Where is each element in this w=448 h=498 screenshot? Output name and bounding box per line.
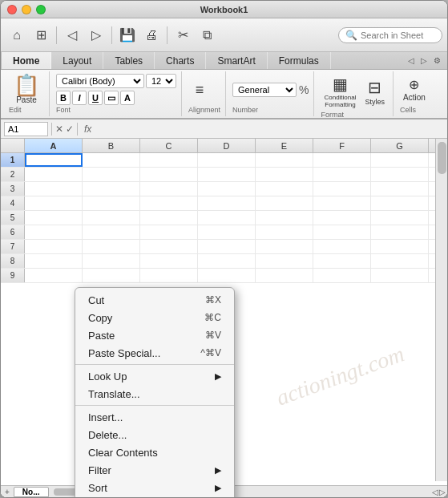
col-header-a[interactable]: A	[25, 139, 83, 152]
cell-g9[interactable]	[371, 269, 429, 282]
ribbon-options-icon[interactable]: ⚙	[431, 55, 442, 67]
tab-layout[interactable]: Layout	[51, 52, 103, 69]
col-header-e[interactable]: E	[256, 139, 313, 152]
cell-reference-box[interactable]: A1	[4, 122, 48, 136]
cell-e5[interactable]	[256, 211, 313, 225]
cell-f7[interactable]	[313, 240, 371, 253]
menu-item-paste[interactable]: Paste ⌘V	[75, 326, 234, 344]
col-header-g[interactable]: G	[371, 139, 429, 152]
minimize-button[interactable]	[22, 5, 31, 14]
menu-item-sort[interactable]: Sort ▶	[75, 479, 234, 496]
paste-button[interactable]: 📋 Paste	[9, 73, 44, 106]
cell-f6[interactable]	[313, 225, 371, 239]
sheet-tab-active[interactable]: No...	[14, 487, 49, 497]
cell-a8[interactable]	[25, 254, 83, 268]
row-num-7[interactable]: 7	[1, 240, 25, 253]
copy-toolbar-icon[interactable]: ⧉	[196, 24, 218, 47]
cell-e6[interactable]	[256, 225, 313, 239]
cell-c6[interactable]	[140, 225, 198, 239]
cell-e3[interactable]	[256, 182, 313, 196]
col-header-d[interactable]: D	[198, 139, 256, 152]
cell-d5[interactable]	[198, 211, 256, 225]
cell-d1[interactable]	[198, 153, 256, 167]
row-num-9[interactable]: 9	[1, 269, 25, 282]
cell-g2[interactable]	[371, 168, 429, 181]
cell-c2[interactable]	[140, 168, 198, 181]
ribbon-right-arrow[interactable]: ▷	[418, 55, 430, 67]
search-input[interactable]	[361, 30, 435, 40]
cell-c8[interactable]	[140, 254, 198, 268]
row-num-2[interactable]: 2	[1, 168, 25, 181]
cell-d6[interactable]	[198, 225, 256, 239]
cell-a7[interactable]	[25, 240, 83, 253]
menu-item-look-up[interactable]: Look Up ▶	[75, 367, 234, 385]
font-size-select[interactable]: 12	[146, 74, 176, 88]
cell-a2[interactable]	[25, 168, 83, 181]
vertical-scrollbar[interactable]	[435, 139, 447, 481]
menu-item-cut[interactable]: Cut ⌘X	[75, 291, 234, 309]
maximize-button[interactable]	[36, 5, 46, 14]
cell-a5[interactable]	[25, 211, 83, 225]
border-button[interactable]: ▭	[104, 91, 119, 105]
number-format-expand[interactable]: %	[299, 83, 309, 96]
cell-b4[interactable]	[83, 196, 140, 210]
cell-b2[interactable]	[83, 168, 140, 181]
cell-g1[interactable]	[371, 153, 429, 167]
italic-button[interactable]: I	[72, 91, 87, 105]
col-header-f[interactable]: F	[313, 139, 371, 152]
row-num-6[interactable]: 6	[1, 225, 25, 239]
cell-c7[interactable]	[140, 240, 198, 253]
save-icon[interactable]: 💾	[116, 24, 139, 47]
cell-d7[interactable]	[198, 240, 256, 253]
cell-e2[interactable]	[256, 168, 313, 181]
cell-c3[interactable]	[140, 182, 198, 196]
grid-icon[interactable]: ⊞	[30, 24, 52, 47]
add-sheet-button[interactable]: +	[2, 488, 12, 496]
tab-home[interactable]: Home	[1, 52, 51, 69]
cell-d9[interactable]	[198, 269, 256, 282]
cell-b6[interactable]	[83, 225, 140, 239]
underline-button[interactable]: U	[88, 91, 103, 105]
cell-g3[interactable]	[371, 182, 429, 196]
cell-d4[interactable]	[198, 196, 256, 210]
tab-smartart[interactable]: SmartArt	[206, 52, 267, 69]
cell-a3[interactable]	[25, 182, 83, 196]
align-left-button[interactable]: ≡	[188, 81, 211, 99]
cell-e8[interactable]	[256, 254, 313, 268]
row-num-5[interactable]: 5	[1, 211, 25, 225]
menu-item-filter[interactable]: Filter ▶	[75, 461, 234, 479]
col-header-c[interactable]: C	[140, 139, 198, 152]
cell-b5[interactable]	[83, 211, 140, 225]
styles-button[interactable]: ⊟ Styles	[361, 76, 388, 107]
cell-c9[interactable]	[140, 269, 198, 282]
cell-a9[interactable]	[25, 269, 83, 282]
cell-f9[interactable]	[313, 269, 371, 282]
cell-b8[interactable]	[83, 254, 140, 268]
forward-icon[interactable]: ▷	[85, 24, 107, 47]
menu-item-copy[interactable]: Copy ⌘C	[75, 309, 234, 326]
action-button[interactable]: ⊕ Action	[400, 75, 429, 103]
scroll-right-arrow[interactable]: ▷	[439, 488, 446, 496]
cell-b1[interactable]	[83, 153, 140, 167]
cell-g7[interactable]	[371, 240, 429, 253]
cell-e1[interactable]	[256, 153, 313, 167]
cell-g6[interactable]	[371, 225, 429, 239]
row-num-8[interactable]: 8	[1, 254, 25, 268]
cell-e7[interactable]	[256, 240, 313, 253]
font-family-select[interactable]: Calibri (Body)	[56, 74, 144, 88]
close-button[interactable]	[7, 5, 17, 14]
cell-c5[interactable]	[140, 211, 198, 225]
tab-charts[interactable]: Charts	[155, 52, 206, 69]
cell-f5[interactable]	[313, 211, 371, 225]
cell-e4[interactable]	[256, 196, 313, 210]
formula-cancel-icon[interactable]: ✕	[55, 123, 63, 135]
bold-button[interactable]: B	[56, 91, 71, 105]
cell-a4[interactable]	[25, 196, 83, 210]
row-num-4[interactable]: 4	[1, 196, 25, 210]
cell-a1[interactable]	[25, 153, 83, 167]
col-header-b[interactable]: B	[83, 139, 140, 152]
tab-tables[interactable]: Tables	[103, 52, 155, 69]
menu-item-paste-special[interactable]: Paste Special... ^⌘V	[75, 344, 234, 362]
cell-d3[interactable]	[198, 182, 256, 196]
menu-item-delete[interactable]: Delete...	[75, 426, 234, 443]
